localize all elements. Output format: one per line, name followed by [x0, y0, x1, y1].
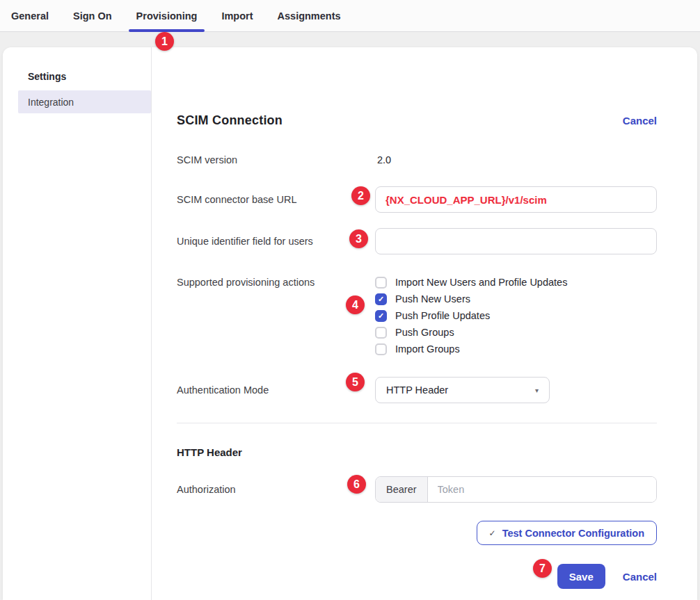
- sidebar-item-label: Integration: [28, 97, 74, 108]
- save-row: Save Cancel: [177, 564, 657, 589]
- scim-version-label: SCIM version: [177, 154, 375, 166]
- checkbox-import-new-users[interactable]: Import New Users and Profile Updates: [375, 274, 657, 291]
- bearer-prefix: Bearer: [376, 477, 428, 502]
- cancel-link-top[interactable]: Cancel: [623, 115, 657, 127]
- auth-mode-select[interactable]: HTTP Header ▾: [375, 377, 550, 403]
- checkbox-icon[interactable]: [375, 310, 387, 322]
- checkbox-push-groups[interactable]: Push Groups: [375, 324, 657, 341]
- annotation-badge-2: 2: [351, 186, 370, 205]
- settings-sidebar: Settings Integration: [3, 47, 152, 600]
- check-icon: ✓: [489, 528, 496, 538]
- annotation-badge-3: 3: [349, 229, 368, 248]
- checkbox-import-groups[interactable]: Import Groups: [375, 341, 657, 357]
- provisioning-card: Settings Integration SCIM Connection Can…: [3, 47, 697, 600]
- scim-base-url-row: SCIM connector base URL: [177, 186, 657, 213]
- save-button[interactable]: Save: [557, 564, 605, 589]
- checkbox-icon[interactable]: [375, 327, 387, 339]
- annotation-badge-1: 1: [155, 32, 174, 51]
- provisioning-actions-row: Supported provisioning actions Import Ne…: [177, 274, 657, 357]
- tab-import[interactable]: Import: [214, 0, 260, 31]
- authorization-label: Authorization: [177, 484, 375, 496]
- annotation-badge-6: 6: [347, 475, 366, 494]
- checkbox-icon[interactable]: [375, 343, 387, 355]
- scim-base-url-label: SCIM connector base URL: [177, 194, 375, 206]
- unique-identifier-label: Unique identifier field for users: [177, 236, 375, 248]
- test-connector-button[interactable]: ✓ Test Connector Configuration: [477, 521, 657, 545]
- page-title: SCIM Connection: [177, 113, 283, 128]
- tab-sign-on[interactable]: Sign On: [65, 0, 120, 31]
- tab-assignments[interactable]: Assignments: [270, 0, 349, 31]
- annotation-badge-4: 4: [346, 295, 365, 314]
- test-connector-row: ✓ Test Connector Configuration: [177, 521, 657, 545]
- sidebar-item-integration[interactable]: Integration: [18, 90, 151, 113]
- annotation-badge-7: 7: [533, 559, 552, 578]
- checkbox-icon[interactable]: [375, 277, 387, 289]
- unique-identifier-input[interactable]: [375, 228, 657, 254]
- sidebar-heading: Settings: [3, 71, 151, 82]
- auth-mode-label: Authentication Mode: [177, 384, 375, 396]
- provisioning-actions-label: Supported provisioning actions: [177, 274, 375, 289]
- auth-mode-row: Authentication Mode HTTP Header ▾: [177, 377, 657, 403]
- checkbox-push-profile-updates[interactable]: Push Profile Updates: [375, 307, 657, 324]
- scim-connection-panel: SCIM Connection Cancel SCIM version 2.0 …: [152, 47, 697, 600]
- authorization-row: Authorization Bearer: [177, 476, 657, 503]
- token-input[interactable]: [428, 477, 656, 502]
- scim-version-row: SCIM version 2.0: [177, 154, 657, 166]
- scim-version-value: 2.0: [375, 154, 391, 165]
- checkbox-push-new-users[interactable]: Push New Users: [375, 291, 657, 307]
- unique-identifier-row: Unique identifier field for users: [177, 228, 657, 254]
- section-divider: [177, 423, 657, 423]
- checkbox-icon[interactable]: [375, 293, 387, 305]
- http-header-section-heading: HTTP Header: [177, 446, 657, 458]
- tab-general[interactable]: General: [3, 0, 56, 31]
- scim-base-url-input[interactable]: [375, 186, 657, 213]
- authorization-input-group: Bearer: [375, 476, 657, 503]
- chevron-down-icon: ▾: [535, 387, 539, 394]
- tab-provisioning[interactable]: Provisioning: [129, 0, 205, 31]
- auth-mode-selected-value: HTTP Header: [386, 384, 448, 396]
- cancel-link-bottom[interactable]: Cancel: [623, 571, 657, 583]
- annotation-badge-5: 5: [346, 373, 365, 391]
- app-tab-bar: General Sign On Provisioning Import Assi…: [0, 0, 700, 32]
- panel-header: SCIM Connection Cancel: [177, 113, 657, 128]
- provisioning-actions-group: Import New Users and Profile Updates Pus…: [375, 274, 657, 357]
